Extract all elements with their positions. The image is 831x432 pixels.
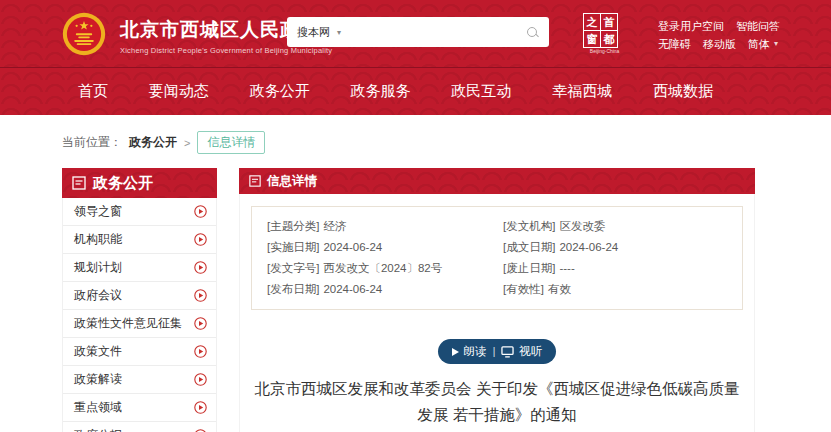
simplified-chinese-link[interactable]: 简体 (748, 35, 770, 53)
cw-char: 都 (601, 31, 617, 47)
sidebar-item-label: 重点领域 (74, 399, 122, 416)
video-label: 视听 (519, 344, 542, 359)
search-scope-select[interactable]: 搜本网 ▾ (297, 25, 341, 40)
sidebar-item-policy-feedback[interactable]: 政策性文件意见征集 (63, 310, 216, 338)
arrow-circle-icon (194, 373, 207, 386)
nav-item-gov-services[interactable]: 政务服务 (350, 82, 410, 101)
arrow-circle-icon (194, 261, 207, 274)
sidebar-title: 政务公开 (93, 174, 153, 193)
breadcrumb-section-link[interactable]: 政务公开 (129, 134, 177, 151)
sidebar-item-label: 政府会议 (74, 287, 122, 304)
content-title-bar: 信息详情 (239, 168, 755, 194)
media-button-row: 朗读 | 视听 (251, 339, 743, 364)
sidebar-title-bar: 政务公开 (62, 168, 217, 198)
meta-field-implement-date: [实施日期]2024-06-24 (267, 237, 503, 258)
mobile-version-link[interactable]: 移动版 (703, 35, 736, 53)
capital-window-grid: 之 首 窗 都 (583, 13, 618, 48)
sidebar-item-functions[interactable]: 机构职能 (63, 226, 216, 254)
header-links: 登录用户空间 智能问答 无障碍 移动版 简体 ▾ (658, 17, 780, 53)
sidebar-item-key-areas[interactable]: 重点领域 (63, 394, 216, 422)
chevron-down-icon: ▾ (337, 28, 341, 37)
site-header: 北京市西城区人民政府 Xicheng District People's Gov… (0, 0, 831, 68)
main-nav: 首页 要闻动态 政务公开 政务服务 政民互动 幸福西城 西城数据 (0, 68, 831, 115)
content-area: 政务公开 领导之窗 机构职能 规划计划 政府会议 政策性文件意见征集 政策文件 … (62, 168, 831, 432)
document-meta-box: [主题分类]经济 [发文机构]区发改委 [实施日期]2024-06-24 [成文… (251, 206, 743, 310)
meta-field-topic: [主题分类]经济 (267, 216, 503, 237)
nav-item-happy-xicheng[interactable]: 幸福西城 (552, 82, 612, 101)
play-icon (452, 348, 459, 356)
document-icon (249, 175, 261, 187)
meta-field-publish-date: [发布日期]2024-06-24 (267, 279, 503, 300)
search-scope-label: 搜本网 (297, 25, 330, 40)
national-emblem-logo (62, 12, 106, 56)
breadcrumb-separator: > (184, 137, 190, 149)
sidebar-item-policy-interpretation[interactable]: 政策解读 (63, 366, 216, 394)
sidebar-item-label: 规划计划 (74, 259, 122, 276)
nav-item-gov-affairs[interactable]: 政务公开 (250, 82, 310, 101)
article-container: [主题分类]经济 [发文机构]区发改委 [实施日期]2024-06-24 [成文… (239, 194, 755, 432)
sidebar-item-leaders[interactable]: 领导之窗 (63, 198, 216, 226)
meta-field-doc-number: [发文字号]西发改文〔2024〕82号 (267, 258, 503, 279)
login-user-space-link[interactable]: 登录用户空间 (658, 17, 724, 35)
arrow-circle-icon (194, 233, 207, 246)
sidebar: 政务公开 领导之窗 机构职能 规划计划 政府会议 政策性文件意见征集 政策文件 … (62, 168, 217, 432)
read-aloud-video-button[interactable]: 朗读 | 视听 (438, 339, 557, 364)
sidebar-item-policy-files[interactable]: 政策文件 (63, 338, 216, 366)
sidebar-item-label: 政策文件 (74, 343, 122, 360)
cw-caption: Beijing-China (590, 49, 612, 55)
read-aloud-label: 朗读 (464, 344, 487, 359)
document-icon (72, 176, 86, 190)
capital-window-logo[interactable]: 之 首 窗 都 Beijing-China (583, 13, 619, 58)
arrow-circle-icon (194, 401, 207, 414)
monitor-icon (501, 346, 514, 358)
site-subtitle: Xicheng District People's Government of … (120, 46, 332, 55)
nav-item-home[interactable]: 首页 (78, 82, 108, 101)
meta-field-validity: [有效性]有效 (503, 279, 742, 300)
cw-char: 首 (601, 14, 617, 30)
sidebar-item-meetings[interactable]: 政府会议 (63, 282, 216, 310)
sidebar-item-gazette[interactable]: 政府公报 (63, 422, 216, 432)
arrow-circle-icon (194, 289, 207, 302)
button-divider: | (493, 346, 496, 357)
nav-item-xicheng-data[interactable]: 西城数据 (653, 82, 713, 101)
meta-field-repeal-date: [废止日期]---- (503, 258, 742, 279)
site-search[interactable]: 搜本网 ▾ (287, 17, 549, 47)
breadcrumb: 当前位置： 政务公开 > 信息详情 (62, 131, 831, 154)
arrow-circle-icon (194, 205, 207, 218)
sidebar-item-label: 政策解读 (74, 371, 122, 388)
nav-item-news[interactable]: 要闻动态 (149, 82, 209, 101)
arrow-circle-icon (194, 317, 207, 330)
article-title: 北京市西城区发展和改革委员会 关于印发《西城区促进绿色低碳高质量发展 若干措施》… (251, 376, 743, 428)
smart-qa-link[interactable]: 智能问答 (736, 17, 780, 35)
search-icon[interactable] (526, 26, 539, 39)
meta-field-issuing-org: [发文机构]区发改委 (503, 216, 742, 237)
breadcrumb-current-tag: 信息详情 (197, 131, 265, 154)
sidebar-menu: 领导之窗 机构职能 规划计划 政府会议 政策性文件意见征集 政策文件 政策解读 … (62, 198, 217, 432)
main-panel: 信息详情 [主题分类]经济 [发文机构]区发改委 [实施日期]2024-06-2… (239, 168, 755, 432)
sidebar-item-label: 政策性文件意见征集 (74, 315, 182, 332)
arrow-circle-icon (194, 345, 207, 358)
breadcrumb-prefix: 当前位置： (62, 134, 122, 151)
meta-field-written-date: [成文日期]2024-06-24 (503, 237, 742, 258)
content-title: 信息详情 (267, 173, 317, 190)
sidebar-item-label: 政府公报 (74, 427, 122, 432)
chevron-down-icon: ▾ (774, 35, 778, 53)
sidebar-item-plans[interactable]: 规划计划 (63, 254, 216, 282)
accessibility-link[interactable]: 无障碍 (658, 35, 691, 53)
sidebar-item-label: 领导之窗 (74, 203, 122, 220)
sidebar-item-label: 机构职能 (74, 231, 122, 248)
cw-char: 窗 (584, 31, 600, 47)
cw-char: 之 (584, 14, 600, 30)
nav-item-interaction[interactable]: 政民互动 (451, 82, 511, 101)
